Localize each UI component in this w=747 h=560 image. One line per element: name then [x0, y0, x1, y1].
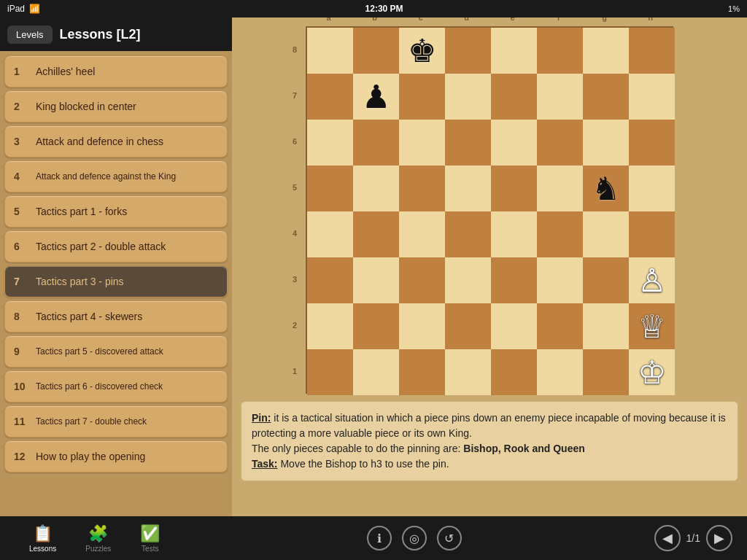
chess-piece: ♙ — [638, 265, 666, 297]
lesson-item[interactable]: 7 Tactics part 3 - pins — [4, 265, 228, 298]
chess-cell — [537, 303, 583, 349]
chess-piece: ♕ — [638, 311, 666, 343]
lesson-item[interactable]: 4 Attack and defence against the King — [4, 160, 228, 192]
col-label: d — [444, 18, 489, 22]
chess-cell — [629, 166, 675, 211]
bottom-toolbar: 📋 Lessons🧩 Puzzles✅ Tests ℹ ◎ ↺ ◀ 1/1 ▶ — [0, 516, 747, 560]
chess-cell — [353, 349, 399, 395]
lesson-item[interactable]: 6 Tactics part 2 - double attack — [4, 230, 228, 262]
target-button[interactable]: ◎ — [402, 526, 427, 551]
chess-cell — [583, 28, 629, 74]
chess-piece: ♚ — [408, 35, 436, 67]
chess-cell — [307, 28, 353, 74]
lesson-item[interactable]: 9 Tactics part 5 - discovered attack — [4, 335, 228, 368]
lesson-name: Achilles' heel — [36, 66, 95, 77]
refresh-button[interactable]: ↺ — [437, 526, 462, 551]
info-button[interactable]: ℹ — [367, 526, 392, 551]
row-label: 3 — [293, 256, 297, 302]
chess-cell — [629, 120, 675, 166]
lesson-number: 4 — [14, 171, 28, 182]
row-label: 2 — [293, 302, 297, 348]
chess-cell — [445, 74, 491, 120]
chess-cell — [537, 166, 583, 211]
chess-cell — [307, 166, 353, 211]
chess-cell — [537, 120, 583, 166]
lesson-item[interactable]: 2 King blocked in center — [4, 90, 228, 122]
chess-cell: ♔ — [629, 349, 675, 395]
lesson-name: How to play the opening — [36, 451, 145, 462]
bottom-tab[interactable]: ✅ Tests — [125, 521, 174, 556]
tab-icon: 🧩 — [88, 524, 108, 543]
chess-cell — [445, 349, 491, 395]
pin-title: Pin: — [252, 412, 271, 424]
chess-cell — [491, 120, 537, 166]
col-label: h — [627, 18, 673, 22]
tab-label: Lessons — [29, 545, 56, 553]
chess-cell — [307, 303, 353, 349]
chess-board: ♚♟♞♙♕♔ — [306, 26, 673, 394]
chess-cell — [307, 211, 353, 257]
tab-icon: 📋 — [33, 524, 53, 543]
chess-cell: ♟ — [353, 74, 399, 120]
lesson-item[interactable]: 11 Tactics part 7 - double check — [4, 405, 228, 438]
row-labels: 87654321 — [293, 26, 297, 394]
chess-cell — [583, 257, 629, 303]
chess-cell — [445, 28, 491, 74]
col-label: b — [352, 18, 398, 22]
row-label: 8 — [293, 26, 297, 72]
chess-cell — [445, 303, 491, 349]
tab-label: Puzzles — [85, 545, 111, 553]
battery-indicator: 1% — [728, 4, 740, 13]
sidebar: Levels Lessons [L2] 1 Achilles' heel2 Ki… — [0, 18, 232, 516]
lesson-list: 1 Achilles' heel2 King blocked in center… — [0, 51, 232, 516]
chess-cell — [491, 28, 537, 74]
task-title: Task: — [252, 458, 278, 470]
col-label: g — [581, 18, 627, 22]
lesson-item[interactable]: 1 Achilles' heel — [4, 55, 228, 88]
col-label: a — [306, 18, 352, 22]
chess-board-container: abcdefgh 87654321 — [241, 26, 738, 394]
chess-cell — [583, 303, 629, 349]
row-label: 7 — [293, 72, 297, 118]
levels-button[interactable]: Levels — [7, 26, 53, 44]
prev-button[interactable]: ◀ — [654, 525, 681, 551]
lesson-name: King blocked in center — [36, 101, 136, 112]
chess-cell — [445, 120, 491, 166]
chess-cell — [353, 257, 399, 303]
chess-cell — [537, 74, 583, 120]
chess-cell — [307, 349, 353, 395]
chess-piece: ♔ — [638, 357, 666, 389]
chess-cell — [307, 257, 353, 303]
description-box: Pin: it is a tactical situation in which… — [241, 401, 738, 481]
bottom-tabs: 📋 Lessons🧩 Puzzles✅ Tests — [15, 521, 174, 556]
chess-cell — [445, 211, 491, 257]
lesson-item[interactable]: 5 Tactics part 1 - forks — [4, 195, 228, 228]
chess-cell — [491, 74, 537, 120]
chess-cell — [399, 120, 445, 166]
nav-controls: ◀ 1/1 ▶ — [654, 525, 732, 551]
task-text: Move the Bishop to h3 to use the pin. — [278, 458, 449, 470]
lesson-item[interactable]: 8 Tactics part 4 - skewers — [4, 300, 228, 332]
bottom-tab[interactable]: 🧩 Puzzles — [71, 521, 125, 556]
lesson-number: 12 — [14, 451, 28, 462]
lesson-item[interactable]: 12 How to play the opening — [4, 440, 228, 472]
row-label: 4 — [293, 210, 297, 256]
chess-cell — [537, 349, 583, 395]
lesson-item[interactable]: 10 Tactics part 6 - discovered check — [4, 370, 228, 402]
bottom-tab[interactable]: 📋 Lessons — [15, 521, 71, 556]
chess-cell — [491, 166, 537, 211]
lesson-number: 7 — [14, 276, 28, 287]
chess-cell — [353, 28, 399, 74]
chess-piece: ♟ — [362, 81, 390, 113]
col-label: e — [489, 18, 535, 22]
row-label: 1 — [293, 348, 297, 394]
wifi-icon: 📶 — [29, 4, 40, 14]
lesson-item[interactable]: 3 Attack and defence in chess — [4, 125, 228, 158]
lesson-number: 3 — [14, 136, 28, 147]
next-button[interactable]: ▶ — [706, 525, 732, 551]
chess-cell — [307, 74, 353, 120]
sidebar-header: Levels Lessons [L2] — [0, 18, 232, 51]
pin-text: it is a tactical situation in which a pi… — [252, 412, 726, 439]
chess-cell — [537, 211, 583, 257]
lesson-name: Attack and defence in chess — [36, 136, 163, 147]
